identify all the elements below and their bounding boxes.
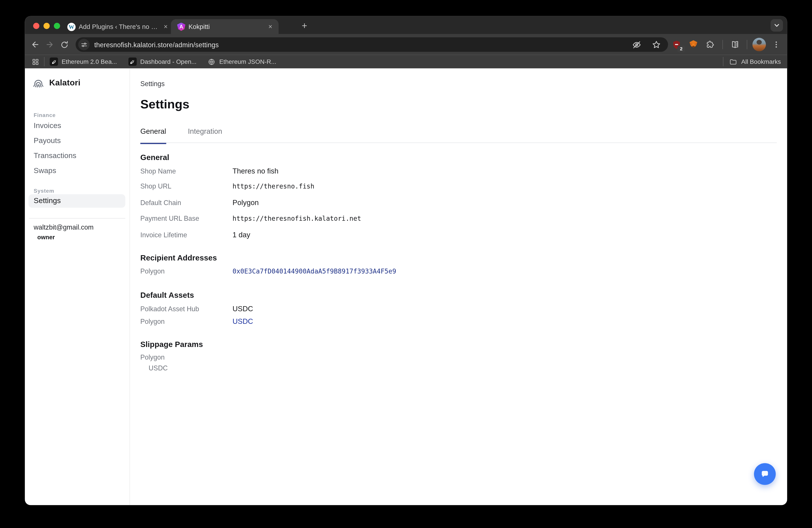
metamask-extension-button[interactable] [687, 38, 700, 51]
window-zoom-button[interactable] [54, 23, 60, 29]
kalatori-logo-icon [32, 76, 45, 89]
sidebar-item-label: Settings [34, 196, 61, 205]
apps-button[interactable] [28, 55, 42, 68]
satellite-favicon [128, 58, 136, 66]
sidebar-item-settings[interactable]: Settings [28, 194, 125, 208]
sidebar-item-invoices[interactable]: Invoices [34, 121, 61, 130]
tab-title: Kokpitti [188, 23, 263, 30]
sidebar-item-payouts[interactable]: Payouts [34, 136, 61, 145]
slippage-usdc-row: USDC [140, 364, 777, 372]
tab-add-plugins[interactable]: W Add Plugins ‹ There's no fish × [62, 19, 174, 34]
toolbar-divider [722, 40, 723, 49]
toolbar-extensions: 2 [670, 34, 783, 55]
usdc-link[interactable]: USDC [233, 317, 253, 325]
all-bookmarks-button[interactable]: All Bookmarks [722, 57, 781, 66]
user-email: waltzbit@gmail.com [34, 223, 94, 231]
brand[interactable]: Kalatori [32, 76, 81, 89]
breadcrumb[interactable]: Settings [140, 80, 164, 87]
bookmark-dashboard[interactable]: Dashboard - Open... [128, 58, 197, 66]
field-value: USDC [233, 304, 253, 313]
field-recipient-polygon: Polygon 0x0E3Ca7fD040144900AdaA5f9B8917f… [140, 267, 777, 275]
user-role-badge: owner [37, 234, 55, 240]
section-recipient-addresses-heading: Recipient Addresses [140, 253, 217, 262]
section-slippage-params-heading: Slippage Params [140, 340, 203, 349]
kebab-menu-icon [772, 40, 781, 49]
tab-strip: W Add Plugins ‹ There's no fish × A Kokp… [25, 16, 787, 34]
tab-close-icon[interactable]: × [161, 23, 170, 31]
browser-window: W Add Plugins ‹ There's no fish × A Kokp… [25, 16, 787, 505]
browser-menu-button[interactable] [769, 38, 783, 51]
forward-button[interactable] [42, 37, 57, 52]
back-button[interactable] [28, 37, 43, 52]
eye-off-icon [632, 40, 641, 50]
tab-title: Add Plugins ‹ There's no fish [79, 23, 158, 30]
field-invoice-lifetime: Invoice Lifetime 1 day [140, 230, 777, 239]
field-default-chain: Default Chain Polygon [140, 198, 777, 207]
url-text[interactable]: theresnofish.kalatori.store/admin/settin… [94, 41, 219, 48]
polygon-address-link[interactable]: 0x0E3Ca7fD040144900AdaA5f9B8917f3933A4F5… [233, 267, 396, 275]
satellite-favicon [50, 58, 58, 66]
tab-integration[interactable]: Integration [188, 127, 222, 144]
chat-bubble-icon [759, 468, 771, 480]
bookmark-ethereum-beacon[interactable]: Ethereum 2.0 Bea... [50, 58, 117, 66]
tab-general[interactable]: General [140, 127, 166, 144]
field-polkadot-asset-hub: Polkadot Asset Hub USDC [140, 304, 777, 313]
field-label: USDC [140, 364, 241, 372]
browser-toolbar: theresnofish.kalatori.store/admin/settin… [25, 34, 787, 55]
bookmarks-divider [723, 57, 724, 66]
field-value: Theres no fish [233, 167, 278, 175]
avatar-figure [757, 40, 762, 45]
field-value: https://theresno.fish [233, 182, 315, 190]
field-label: Polygon [140, 318, 233, 325]
puzzle-icon [706, 40, 715, 49]
all-bookmarks-label: All Bookmarks [741, 58, 781, 65]
tune-icon [81, 41, 87, 48]
sidebar-item-transactions[interactable]: Transactions [34, 151, 76, 160]
password-preview-button[interactable] [630, 38, 643, 51]
bookmark-star-button[interactable] [649, 38, 663, 51]
field-label: Polkadot Asset Hub [140, 305, 233, 313]
window-close-button[interactable] [33, 23, 39, 29]
field-label: Polygon [140, 353, 233, 361]
extension-badge: 2 [677, 46, 685, 53]
bookmark-ethereum-json-rpc[interactable]: Ethereum JSON-R... [208, 58, 276, 66]
reload-button[interactable] [57, 37, 72, 52]
adblock-extension-button[interactable]: 2 [670, 38, 683, 51]
folder-icon [729, 58, 737, 66]
section-general-heading: General [140, 153, 169, 161]
sidebar-section-system: System [34, 188, 54, 194]
settings-content: Settings Settings General Integration Ge… [130, 68, 787, 505]
field-label: Invoice Lifetime [140, 231, 233, 239]
tab-close-icon[interactable]: × [266, 23, 275, 31]
window-minimize-button[interactable] [43, 23, 50, 29]
field-label: Shop URL [140, 182, 233, 190]
new-tab-button[interactable]: + [298, 20, 311, 33]
address-bar[interactable]: theresnofish.kalatori.store/admin/settin… [76, 37, 668, 52]
star-icon [651, 40, 661, 50]
slippage-polygon-row: Polygon [140, 353, 777, 361]
bookmark-label: Ethereum 2.0 Bea... [61, 58, 117, 65]
book-icon [730, 40, 740, 50]
extensions-menu-button[interactable] [704, 38, 717, 51]
chat-widget-button[interactable] [754, 463, 776, 485]
site-info-button[interactable] [78, 39, 90, 50]
tab-kokpitti[interactable]: A Kokpitti × [171, 19, 278, 34]
sidebar-item-swaps[interactable]: Swaps [34, 166, 56, 175]
field-label: Shop Name [140, 167, 233, 175]
tab-search-button[interactable] [770, 19, 783, 31]
reading-list-button[interactable] [728, 38, 742, 51]
apps-grid-icon [31, 58, 39, 66]
chevron-down-icon [773, 22, 780, 28]
wordpress-favicon: W [67, 23, 76, 31]
field-shop-url: Shop URL https://theresno.fish [140, 182, 777, 190]
kokpitti-favicon: A [177, 23, 186, 31]
settings-tabs: General Integration [140, 127, 222, 144]
desktop: W Add Plugins ‹ There's no fish × A Kokp… [0, 0, 812, 528]
sidebar-section-finance: Finance [34, 112, 56, 118]
globe-favicon [208, 58, 216, 66]
sidebar: Kalatori Finance Invoices Payouts Transa… [25, 68, 130, 505]
back-arrow-icon [30, 40, 40, 49]
field-polygon-asset: Polygon USDC [140, 317, 777, 325]
address-bar-actions [630, 37, 663, 52]
profile-avatar[interactable] [752, 38, 766, 51]
